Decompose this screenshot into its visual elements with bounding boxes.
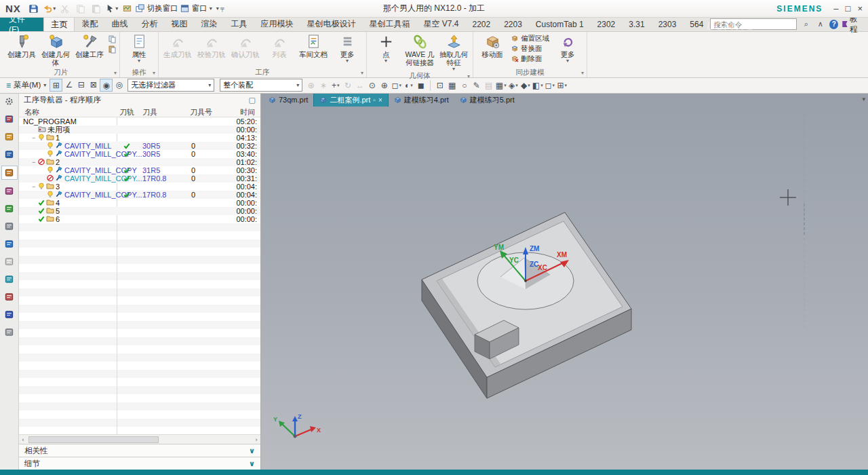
resource-constraint-navigator[interactable]: [2, 130, 17, 143]
doc-tab-建模练习4.prt[interactable]: 建模练习4.prt: [389, 93, 454, 107]
column-name[interactable]: 名称: [24, 107, 39, 117]
tree-row-NC_PROGRAM[interactable]: NC_PROGRAM05:20:: [19, 117, 260, 126]
tree-row-4[interactable]: 400:00:: [19, 199, 260, 207]
render-style-icon[interactable]: ◐▾: [403, 79, 414, 91]
tree-row-CAVITY_MILL_COPY...[interactable]: CAVITY_MILL_COPY...17R0.8000:04:: [19, 191, 260, 199]
orient-view-icon[interactable]: ◈▾: [507, 79, 519, 91]
horizontal-scrollbar[interactable]: ‹ ›: [19, 434, 260, 444]
window-button[interactable]: 窗口 ▾: [180, 3, 212, 14]
menu-button[interactable]: ≡ 菜单(M) ▾: [3, 80, 50, 90]
section-icon[interactable]: ◧▾: [532, 79, 543, 91]
tab-list-icon[interactable]: ▾: [862, 96, 865, 102]
doc-tab-73qm.prt[interactable]: 73qm.prt: [263, 93, 313, 107]
resource-roles[interactable]: [2, 308, 17, 321]
button-创建工序[interactable]: 创建工序: [73, 32, 106, 58]
tree-row-6[interactable]: 600:00:: [19, 215, 260, 223]
search-window-icon[interactable]: ⌕: [801, 19, 811, 30]
tree-row-3[interactable]: −300:04:: [19, 183, 260, 191]
zoom-plus-icon[interactable]: ⊕: [378, 79, 390, 91]
file-tab[interactable]: 文件(F): [0, 17, 43, 31]
tree-row-5[interactable]: 500:00:: [19, 207, 260, 215]
tree-row-1[interactable]: −104:13:: [19, 134, 260, 142]
resource-assembly-navigator[interactable]: [2, 113, 17, 126]
ribbon-tab-2303[interactable]: 2303: [652, 17, 684, 31]
view-triad[interactable]: Z X Y: [273, 413, 321, 438]
tree-row-CAVITY_MILL[interactable]: CAVITY_MILL30R5000:32:: [19, 142, 260, 150]
arc-icon[interactable]: ○: [458, 79, 470, 91]
fit-window-icon[interactable]: ⊡: [434, 79, 446, 91]
button-small-copy[interactable]: [106, 34, 117, 43]
button-创建几何体[interactable]: 创建几何体: [39, 32, 73, 66]
close-icon[interactable]: ×: [378, 96, 382, 104]
column-toolpath[interactable]: 刀轨: [119, 107, 134, 117]
pin-icon[interactable]: ▫: [373, 96, 376, 104]
zoom-circle-icon[interactable]: ⊙: [366, 79, 378, 91]
ribbon-tab-CustomTab 1[interactable]: CustomTab 1: [529, 17, 591, 31]
resource-history[interactable]: [2, 255, 17, 268]
column-tool[interactable]: 刀具: [142, 107, 157, 117]
scrollbar-thumb[interactable]: [28, 436, 159, 443]
ribbon-tab-2302[interactable]: 2302: [591, 17, 623, 31]
ribbon-tab-2203[interactable]: 2203: [497, 17, 529, 31]
resource-part-navigator[interactable]: [2, 148, 17, 161]
tree-row-CAVITY_MILL_COPY...[interactable]: CAVITY_MILL_COPY...30R5003:40:: [19, 150, 260, 158]
resource-system-materials[interactable]: [2, 326, 17, 339]
column-time[interactable]: 时间: [240, 107, 255, 117]
collapse-toggle-icon[interactable]: −: [32, 183, 37, 191]
doc-tab-建模练习5.prt[interactable]: 建模练习5.prt: [454, 93, 520, 107]
repaint-button[interactable]: [121, 3, 134, 15]
customize-qat-icon[interactable]: ▾ ╤: [216, 5, 224, 12]
solid-cube-icon[interactable]: ◆▾: [519, 79, 531, 91]
point-dialog-icon[interactable]: +▾: [330, 79, 341, 91]
deselect-all-icon[interactable]: ⊠: [87, 79, 99, 90]
help-icon[interactable]: ?: [829, 20, 838, 29]
ribbon-tab-曲线[interactable]: 曲线: [104, 17, 134, 31]
chevron-down-icon[interactable]: ▾: [361, 70, 363, 76]
part-solid[interactable]: [422, 212, 631, 398]
cue-shade-icon[interactable]: ◼: [415, 79, 427, 91]
grid-icon[interactable]: ▦▾: [495, 79, 507, 91]
ribbon-tab-装配[interactable]: 装配: [75, 17, 104, 31]
table-style-icon[interactable]: ⊞▾: [556, 79, 568, 91]
resource-operation-navigator[interactable]: [1, 166, 18, 180]
thumbnail-icon[interactable]: ▦: [446, 79, 458, 91]
button-创建刀具[interactable]: 创建刀具: [5, 32, 39, 58]
chevron-down-icon[interactable]: ▾: [581, 70, 584, 76]
tree-row-CAVITY_MILL_COPY...[interactable]: CAVITY_MILL_COPY...17R0.8000:31:: [19, 174, 260, 183]
resource-hd3d-tool[interactable]: [2, 220, 17, 233]
button-抽取几何特征[interactable]: 抽取几何特征▾: [437, 32, 471, 71]
doc-tab-二粗案例.prt[interactable]: 二粗案例.prt▫×: [313, 93, 388, 107]
resource-settings-gear[interactable]: [2, 95, 17, 108]
layer-icon[interactable]: ▤: [483, 79, 494, 91]
button-删除面[interactable]: 删除面: [509, 54, 551, 64]
lasso-select-icon[interactable]: ◉: [100, 79, 113, 92]
tree-row-未用项[interactable]: 未用项00:00:: [19, 126, 260, 134]
graphics-viewport[interactable]: 73qm.prt二粗案例.prt▫×建模练习4.prt建模练习5.prt ▾: [261, 93, 868, 470]
sketch-pencil-icon[interactable]: ✎: [471, 79, 482, 91]
button-移动面[interactable]: 移动面: [475, 32, 509, 58]
tree-row-2[interactable]: −201:02:: [19, 158, 260, 166]
button-偏置区域[interactable]: 偏置区域: [509, 34, 551, 43]
ribbon-tab-星空 V7.4[interactable]: 星空 V7.4: [416, 17, 465, 31]
minimize-button[interactable]: –: [833, 3, 838, 14]
rect-zoom-icon[interactable]: ◻▾: [391, 79, 402, 91]
selection-scope-dropdown[interactable]: 整个装配▾: [220, 79, 302, 92]
button-替换面[interactable]: 替换面: [509, 44, 551, 54]
undock-panel-icon[interactable]: ▢: [249, 96, 256, 104]
close-button[interactable]: ×: [857, 3, 863, 14]
move-object-icon[interactable]: ⊕: [305, 79, 317, 91]
ribbon-tab-工具[interactable]: 工具: [224, 17, 254, 31]
dependencies-panel[interactable]: 相关性 ∨: [19, 444, 260, 457]
button-点[interactable]: 点▾: [369, 32, 403, 63]
collapse-toggle-icon[interactable]: −: [32, 158, 37, 166]
rotate-view-icon[interactable]: ↻: [342, 79, 353, 91]
resource-reuse-library[interactable]: [2, 202, 17, 215]
ribbon-tab-渲染[interactable]: 渲染: [194, 17, 224, 31]
snap-point-icon[interactable]: ∗: [317, 79, 329, 91]
ribbon-tab-视图[interactable]: 视图: [164, 17, 194, 31]
resource-process-studio[interactable]: [2, 273, 17, 286]
sel-filter-button[interactable]: ▾: [106, 3, 118, 15]
save-button[interactable]: [28, 3, 40, 15]
maximize-button[interactable]: □: [846, 3, 851, 14]
button-更多[interactable]: 更多▾: [551, 32, 585, 63]
